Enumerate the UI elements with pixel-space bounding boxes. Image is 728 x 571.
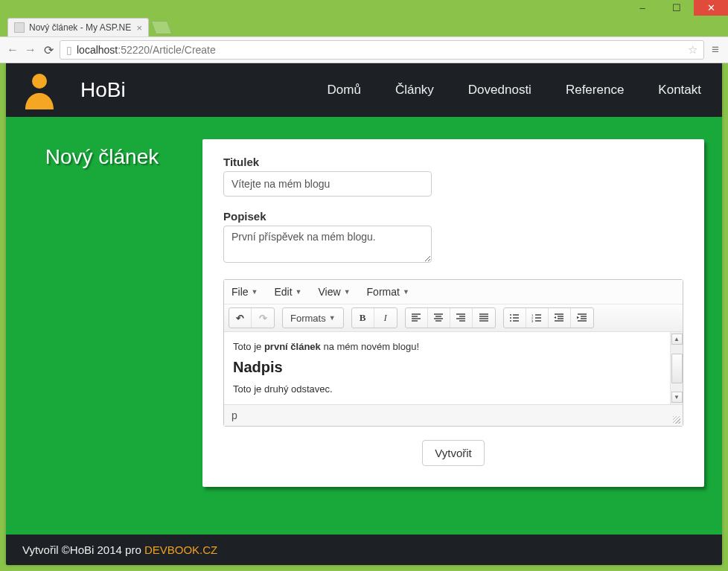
back-icon[interactable]: ← [6,43,19,57]
number-list-button[interactable]: 123 [526,308,549,328]
desc-label: Popisek [223,210,683,223]
nav-articles[interactable]: Články [395,83,434,98]
editor-toolbar: ↶ ↷ Formats ▼ B I [224,304,683,332]
title-input[interactable] [223,171,432,197]
footer-link[interactable]: DEVBOOK.CZ [144,543,217,556]
window-titlebar: – ☐ ✕ [0,0,728,17]
nav-skills[interactable]: Dovednosti [468,83,531,98]
bold-button[interactable]: B [352,308,374,328]
browser-tabstrip: Nový článek - My ASP.NE × [0,17,728,36]
browser-tab[interactable]: Nový článek - My ASP.NE × [7,18,149,36]
browser-viewport: HoBi Domů Články Dovednosti Reference Ko… [0,63,728,571]
editor-menu-file[interactable]: File ▼ [232,286,258,298]
editor-para-1: Toto je první článek na mém novém blogu! [233,339,661,354]
url-port: :52220 [118,44,150,56]
editor-menu-format[interactable]: Format ▼ [367,286,409,298]
scroll-thumb[interactable] [671,354,683,383]
url-path: /Article/Create [150,44,216,56]
scroll-up-icon[interactable]: ▲ [671,334,683,345]
page-footer: Vytvořil ©HoBi 2014 pro DEVBOOK.CZ [6,535,722,565]
undo-button[interactable]: ↶ [229,308,252,328]
align-right-button[interactable] [450,308,473,328]
svg-point-2 [510,320,511,322]
address-bar[interactable]: ▯ localhost:52220/Article/Create ☆ [60,40,704,60]
align-justify-button[interactable] [473,308,495,328]
page-title: Nový článek [24,139,180,169]
caret-icon: ▼ [403,288,409,296]
nav-contact[interactable]: Kontakt [658,83,701,98]
maximize-button[interactable]: ☐ [660,0,694,16]
field-title-group: Titulek [223,156,683,197]
os-window: – ☐ ✕ Nový článek - My ASP.NE × ← → ⟳ ▯ … [0,0,728,571]
align-center-button[interactable] [428,308,450,328]
url-host: localhost [77,44,118,56]
tab-close-icon[interactable]: × [136,22,142,34]
desc-input[interactable]: První příspěvek na mém blogu. [223,226,432,263]
svg-point-1 [510,317,511,319]
footer-text: Vytvořil ©HoBi 2014 pro [22,543,144,556]
indent-button[interactable] [571,308,593,328]
main-nav: Domů Články Dovednosti Reference Kontakt [328,83,707,98]
editor-menu-view[interactable]: View ▼ [319,286,351,298]
svg-text:3: 3 [531,319,534,323]
redo-button[interactable]: ↷ [252,308,274,328]
page-root: HoBi Domů Články Dovednosti Reference Ko… [6,63,722,565]
create-button[interactable]: Vytvořit [422,440,484,466]
browser-toolbar: ← → ⟳ ▯ localhost:52220/Article/Create ☆… [0,36,728,63]
title-label: Titulek [223,156,683,168]
tab-title: Nový článek - My ASP.NE [29,22,132,33]
minimize-button[interactable]: – [625,0,660,16]
field-desc-group: Popisek První příspěvek na mém blogu. [223,210,683,266]
close-button[interactable]: ✕ [694,0,728,16]
reload-icon[interactable]: ⟳ [42,43,55,57]
caret-icon: ▼ [344,288,351,296]
app-header: HoBi Domů Články Dovednosti Reference Ko… [6,63,722,117]
italic-button[interactable]: I [374,308,397,328]
editor-content[interactable]: Toto je první článek na mém novém blogu!… [224,332,670,404]
favicon-icon [14,22,25,33]
submit-wrap: Vytvořit [223,440,683,466]
page-icon: ▯ [66,44,72,56]
formats-dropdown[interactable]: Formats ▼ [283,308,343,328]
caret-icon: ▼ [252,288,258,296]
outdent-button[interactable] [549,308,571,328]
editor-para-2: Toto je druhý odstavec. [233,382,661,397]
editor-heading: Nadpis [233,356,661,379]
editor-menu-edit[interactable]: Edit ▼ [274,286,301,298]
align-left-button[interactable] [406,308,428,328]
editor-scrollbar[interactable]: ▲ ▼ [670,332,683,404]
bullet-list-button[interactable] [504,308,526,328]
bookmark-star-icon[interactable]: ☆ [688,43,697,57]
avatar-icon [21,71,58,109]
svg-point-0 [510,314,511,316]
nav-references[interactable]: Reference [566,83,624,98]
editor-menubar: File ▼ Edit ▼ View ▼ Format ▼ [224,280,683,304]
caret-icon: ▼ [296,288,302,296]
form-card: Titulek Popisek První příspěvek na mém b… [202,139,704,487]
resize-grip-icon[interactable] [673,416,680,424]
nav-home[interactable]: Domů [328,83,361,98]
chrome-menu-icon[interactable]: ≡ [709,42,722,57]
editor-path[interactable]: p [224,404,683,426]
content-row: Nový článek Titulek Popisek První příspě… [6,117,722,535]
editor-body: Toto je první článek na mém novém blogu!… [224,332,683,404]
brand[interactable]: HoBi [80,78,126,102]
caret-icon: ▼ [329,314,336,322]
scroll-down-icon[interactable]: ▼ [671,392,683,403]
rich-editor: File ▼ Edit ▼ View ▼ Format ▼ ↶ ↷ Form [223,279,683,427]
forward-icon[interactable]: → [24,43,37,57]
new-tab-button[interactable] [151,21,173,34]
window-buttons: – ☐ ✕ [625,0,728,16]
